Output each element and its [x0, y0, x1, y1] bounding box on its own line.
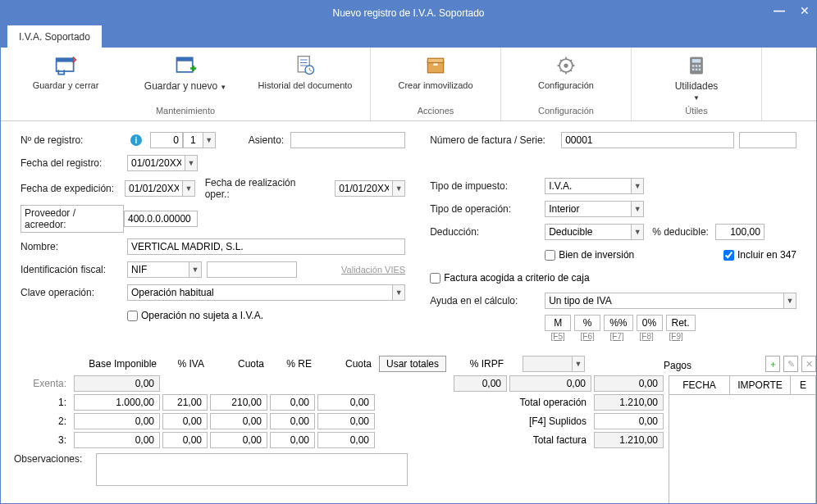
tipo-operacion-input[interactable]: [545, 201, 631, 217]
incluir-347-checkbox[interactable]: Incluir en 347: [723, 249, 796, 261]
deduccion-input[interactable]: [545, 224, 631, 240]
bien-inversion-checkbox[interactable]: Bien de inversión: [545, 249, 634, 261]
box-icon: [422, 52, 449, 79]
no-sujeta-checkbox[interactable]: Operación no sujeta a I.V.A.: [127, 310, 263, 321]
r2-cuota2[interactable]: [317, 413, 375, 429]
r3-pctiva[interactable]: [162, 432, 208, 448]
title-bar: Nuevo registro de I.V.A. Soportado — ✕: [1, 1, 816, 25]
historial-documento-button[interactable]: Historial del documento: [247, 51, 363, 93]
usar-totales-button[interactable]: Usar totales: [379, 356, 446, 372]
svg-line-24: [560, 70, 562, 71]
suplidos[interactable]: [594, 413, 664, 429]
asiento-label: Asiento:: [249, 134, 284, 146]
r3-pctre[interactable]: [270, 432, 315, 448]
svg-rect-33: [699, 69, 701, 71]
r2-pctiva[interactable]: [162, 413, 208, 429]
deduccion-label: Deducción:: [430, 226, 545, 238]
svg-rect-14: [427, 58, 443, 62]
crear-inmovilizado-button[interactable]: Crear inmovilizado: [377, 51, 494, 93]
svg-rect-3: [177, 57, 193, 61]
calc-ret-button[interactable]: Ret.: [666, 315, 696, 331]
gear-icon: [553, 52, 579, 79]
r2-cuota1[interactable]: [210, 413, 267, 429]
table-row-exenta: Exenta:: [14, 375, 664, 392]
asiento-input[interactable]: [290, 132, 405, 148]
save-close-icon: [52, 52, 79, 79]
svg-line-25: [570, 60, 572, 61]
save-new-icon: [172, 52, 199, 79]
irpf-select[interactable]: [523, 356, 572, 372]
window-title: Nuevo registro de I.V.A. Soportado: [332, 7, 484, 19]
dropdown-icon[interactable]: ▼: [185, 155, 198, 171]
ayuda-calculo-label: Ayuda en el cálculo:: [430, 295, 545, 306]
svg-rect-27: [692, 59, 701, 62]
proveedor-input[interactable]: [124, 211, 198, 227]
tab-iva-soportado[interactable]: I.V.A. Soportado: [7, 25, 102, 48]
svg-rect-15: [433, 63, 437, 66]
pct-deducible-input[interactable]: [715, 224, 765, 240]
configuracion-button[interactable]: Configuración: [508, 51, 624, 93]
total-factura: [594, 432, 664, 448]
dropdown-icon[interactable]: ▼: [189, 261, 202, 278]
exenta-irpf3: [594, 375, 664, 392]
criterio-caja-checkbox[interactable]: Factura acogida a criterio de caja: [430, 272, 589, 284]
fecha-registro-input[interactable]: [127, 155, 185, 171]
nombre-input[interactable]: [127, 238, 405, 255]
num-factura-input[interactable]: [561, 132, 734, 148]
num-registro-b-input[interactable]: [183, 132, 203, 148]
dropdown-icon[interactable]: ▼: [392, 180, 405, 197]
r3-cuota1[interactable]: [210, 432, 267, 448]
r1-base[interactable]: [74, 394, 160, 411]
exenta-irpf2: [509, 375, 591, 392]
doc-edit-icon[interactable]: ✎: [783, 356, 798, 372]
calc-pct-button[interactable]: %: [574, 315, 600, 331]
pagos-table[interactable]: FECHA IMPORTE E: [669, 375, 816, 504]
doc-new-icon[interactable]: ＋: [765, 356, 780, 372]
close-button[interactable]: ✕: [800, 4, 810, 17]
r1-cuota1[interactable]: [210, 394, 267, 411]
dropdown-icon[interactable]: ▼: [631, 201, 644, 217]
utilidades-button[interactable]: Utilidades▼: [638, 51, 755, 105]
tipo-impuesto-input[interactable]: [545, 178, 631, 194]
num-registro-a-input[interactable]: [150, 132, 183, 148]
fecha-expedicion-input[interactable]: [125, 180, 182, 197]
calc-m-button[interactable]: M: [545, 315, 571, 331]
calc-zero-button[interactable]: 0%: [637, 315, 663, 331]
observaciones-input[interactable]: [96, 453, 408, 486]
r3-base[interactable]: [74, 432, 160, 448]
dropdown-icon[interactable]: ▼: [783, 293, 796, 309]
table-row-1: 1: Total operación: [14, 394, 664, 411]
r1-pctre[interactable]: [270, 394, 315, 411]
fecha-realiz-input[interactable]: [335, 180, 392, 197]
num-registro-label: Nº de registro:: [21, 134, 127, 146]
dropdown-icon[interactable]: ▼: [631, 178, 644, 194]
r2-base[interactable]: [74, 413, 160, 429]
guardar-y-nuevo-button[interactable]: Guardar y nuevo ▼: [127, 51, 244, 93]
minimize-button[interactable]: —: [774, 4, 785, 17]
dropdown-icon[interactable]: ▼: [631, 224, 644, 240]
svg-line-22: [560, 60, 562, 61]
pagos-title: Pagos: [664, 360, 691, 371]
r1-cuota2[interactable]: [317, 394, 375, 411]
document-history-icon: [292, 52, 318, 79]
dropdown-icon[interactable]: ▼: [203, 132, 216, 148]
doc-delete-icon[interactable]: ✕: [801, 356, 816, 372]
ayuda-calculo-input[interactable]: [545, 293, 783, 309]
dropdown-icon[interactable]: ▼: [572, 356, 585, 372]
id-fiscal-tipo-input[interactable]: [127, 261, 189, 278]
info-icon[interactable]: i: [130, 134, 142, 146]
num-serie-input[interactable]: [739, 132, 796, 148]
proveedor-label[interactable]: Proveedor / acreedor:: [21, 205, 124, 233]
dropdown-icon[interactable]: ▼: [392, 284, 405, 301]
r2-pctre[interactable]: [270, 413, 315, 429]
validacion-vies-link[interactable]: Validación VIES: [341, 265, 405, 275]
r1-pctiva[interactable]: [162, 394, 208, 411]
calc-pctpct-button[interactable]: %%: [604, 315, 632, 331]
svg-rect-29: [696, 65, 698, 67]
dropdown-icon[interactable]: ▼: [182, 180, 195, 197]
id-fiscal-num-input[interactable]: [207, 261, 297, 278]
r3-cuota2[interactable]: [317, 432, 375, 448]
guardar-y-cerrar-button[interactable]: Guardar y cerrar: [7, 51, 124, 93]
clave-op-input[interactable]: [127, 284, 392, 301]
table-row-3: 3: Total factura: [14, 432, 664, 448]
